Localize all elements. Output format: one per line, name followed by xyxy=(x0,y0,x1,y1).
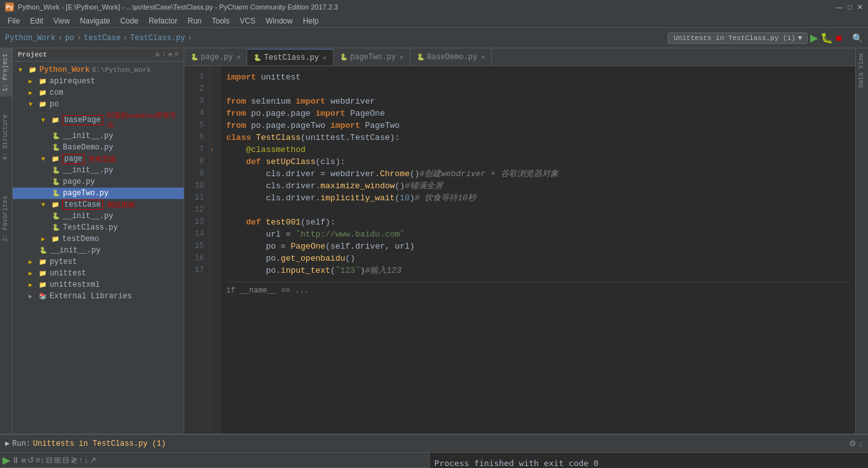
run-again-button[interactable]: ▶ xyxy=(3,454,10,466)
debug-button[interactable]: 🐛 xyxy=(820,32,833,44)
project-collapse-icon[interactable]: ↕ xyxy=(162,51,166,59)
breadcrumb-po[interactable]: po xyxy=(65,34,74,43)
py-file-icon: 🐍 xyxy=(340,53,348,61)
breadcrumb-project[interactable]: Python_Work xyxy=(5,34,55,43)
search-everywhere-button[interactable]: 🔍 xyxy=(852,33,863,43)
sort-button[interactable]: ≡↕ xyxy=(36,455,44,465)
tree-item-basedemo[interactable]: 🐍 BaseDemo.py xyxy=(13,142,184,153)
tab-basedemo-py[interactable]: 🐍 BaseDemo.py ✕ xyxy=(410,49,492,65)
menu-item-file[interactable]: File xyxy=(3,15,25,27)
tree-item-testcase[interactable]: ▼ 📁 testCase 测试用例 xyxy=(13,199,184,210)
menu-item-tools[interactable]: Tools xyxy=(207,15,234,27)
run-pause-button[interactable]: ⏸ xyxy=(11,455,20,465)
code-line-11: cls.driver.implicitly_wait(10)# 饮食等待10秒 xyxy=(226,192,850,204)
tab-close-page-py[interactable]: ✕ xyxy=(236,53,240,61)
tree-item-testdemo[interactable]: ▶ 📁 testDemo xyxy=(13,233,184,245)
folder-icon: 📁 xyxy=(37,76,48,86)
menu-item-code[interactable]: Code xyxy=(115,15,144,27)
project-add-icon[interactable]: ⊕ xyxy=(168,51,172,59)
tab-close-pagetwo-py[interactable]: ✕ xyxy=(400,53,403,61)
minimize-button[interactable]: — xyxy=(836,3,843,11)
menu-item-view[interactable]: View xyxy=(48,15,75,27)
breadcrumb: Python_Work › po › testCase › TestClass.… xyxy=(5,34,193,43)
tree-item-pagetwo[interactable]: 🐍 pageTwo.py xyxy=(13,188,184,199)
code-editor[interactable]: 12345 678910 1112131415 1617 ↑ xyxy=(184,66,855,434)
code-line-15: po = PageOne(self.driver, url) xyxy=(226,240,850,252)
tree-item-basepage-init[interactable]: 🐍 __init__.py xyxy=(13,130,184,142)
down-button[interactable]: ↓ xyxy=(84,455,88,465)
menu-item-edit[interactable]: Edit xyxy=(25,15,48,27)
side-tabs: 1: Project 4: Structure 2: Favorites xyxy=(0,48,13,434)
tab-page-py[interactable]: 🐍 page.py ✕ xyxy=(184,49,247,65)
menu-item-run[interactable]: Run xyxy=(182,15,207,27)
menu-item-help[interactable]: Help xyxy=(298,15,324,27)
tab-label-pagetwo-py: pageTwo.py xyxy=(350,53,396,62)
diff-button[interactable]: ≷ xyxy=(71,455,78,465)
tree-item-po-init[interactable]: 🐍 __init__.py xyxy=(13,245,184,256)
sidebar-tab-favorites[interactable]: 2: Favorites xyxy=(0,191,12,247)
tree-item-pytest[interactable]: ▶ 📁 pytest xyxy=(13,256,184,268)
tree-item-external-libs[interactable]: ▶ 📚 External Libraries xyxy=(13,291,184,302)
tab-close-basedemo-py[interactable]: ✕ xyxy=(481,53,485,61)
rerun-failed-button[interactable]: ↺ xyxy=(27,455,34,465)
right-tab-dataview[interactable]: Data View xyxy=(856,48,868,93)
run-button[interactable]: ▶ xyxy=(810,32,818,44)
run-config-dropdown-icon[interactable]: ▼ xyxy=(798,34,803,42)
project-tree: ▼ 📁 Python_Work E:\Python_Work ▶ 📁 apire… xyxy=(13,62,184,434)
run-controls: ▶ ⏸ ■ ↺ ≡↕ ⊟ ⊞ ⊟ ≷ ↑ ↓ ↗ xyxy=(0,453,429,468)
py-icon: 🐍 xyxy=(51,142,61,153)
tab-pagetwo-py[interactable]: 🐍 pageTwo.py ✕ xyxy=(334,49,410,65)
expand-button[interactable]: ⊞ xyxy=(54,455,61,465)
run-configuration[interactable]: Unittests in TestClass.py (1) ▼ xyxy=(668,32,808,44)
output-line-1: Process finished with exit code 0 xyxy=(435,458,864,468)
collapse-button[interactable]: ⊟ xyxy=(62,455,69,465)
stop-button[interactable]: ■ xyxy=(836,32,842,44)
tree-item-testcase-init[interactable]: 🐍 __init__.py xyxy=(13,210,184,222)
tree-item-unittest[interactable]: ▶ 📁 unittest xyxy=(13,268,184,279)
tab-testclass-py[interactable]: 🐍 TestClass.py ✕ xyxy=(247,49,333,65)
code-line-6: class TestClass(unittest.TestCase): xyxy=(226,132,850,144)
maximize-button[interactable]: □ xyxy=(848,3,852,11)
code-line-8: def setUpClass(cls): xyxy=(226,156,850,168)
run-panel-close-button[interactable]: ↓ xyxy=(859,439,864,448)
tree-item-page[interactable]: ▼ 📁 page 所有页面 xyxy=(13,153,184,165)
tree-item-testclass[interactable]: 🐍 TestClass.py xyxy=(13,222,184,233)
up-button[interactable]: ↑ xyxy=(79,455,83,465)
filter-button[interactable]: ⊟ xyxy=(46,455,53,465)
tree-item-apirequest[interactable]: ▶ 📁 apirequest xyxy=(13,76,184,87)
menu-item-vcs[interactable]: VCS xyxy=(234,15,261,27)
tree-item-root[interactable]: ▼ 📁 Python_Work E:\Python_Work xyxy=(13,64,184,76)
menu-item-window[interactable]: Window xyxy=(261,15,298,27)
run-stop-button[interactable]: ■ xyxy=(21,455,26,465)
project-settings-icon[interactable]: ⚙ xyxy=(156,51,159,59)
close-button[interactable]: ✕ xyxy=(857,3,863,11)
export-button[interactable]: ↗ xyxy=(90,455,97,465)
sidebar-tab-project[interactable]: 1: Project xyxy=(0,48,12,97)
tab-close-testclass-py[interactable]: ✕ xyxy=(323,54,327,62)
menu-item-refactor[interactable]: Refactor xyxy=(144,15,182,27)
sidebar-tab-structure[interactable]: 4: Structure xyxy=(0,109,12,165)
tree-item-po[interactable]: ▼ 📁 po xyxy=(13,99,184,110)
project-menu-icon[interactable]: ≡ xyxy=(175,51,179,59)
tree-item-com[interactable]: ▶ 📁 com xyxy=(13,87,184,99)
tree-item-page-init[interactable]: 🐍 __init__.py xyxy=(13,165,184,176)
project-header: Project ⚙ ↕ ⊕ ≡ xyxy=(13,48,184,62)
code-line-12 xyxy=(226,204,850,216)
py-icon: 🐍 xyxy=(51,131,61,141)
tree-item-page-py[interactable]: 🐍 page.py xyxy=(13,176,184,188)
run-panel-settings-button[interactable]: ⚙ xyxy=(849,439,857,448)
code-line-5: from po.page.pageTwo import PageTwo xyxy=(226,120,850,132)
window-title: Python_Work - [E:\Python_Work] - ...\po\… xyxy=(18,3,338,11)
menu-item-navigate[interactable]: Navigate xyxy=(75,15,115,27)
py-file-icon: 🐍 xyxy=(254,54,261,62)
code-line-14: url = ˜http://www.baidu.com˜ xyxy=(226,228,850,240)
breadcrumb-file[interactable]: TestClass.py xyxy=(130,34,185,43)
breadcrumb-testcase[interactable]: testCase xyxy=(84,34,121,43)
run-icon: ▶ xyxy=(5,439,10,448)
code-content[interactable]: import unittest from selenium import web… xyxy=(221,66,855,434)
py-icon: 🐍 xyxy=(51,223,61,233)
gutter: ↑ xyxy=(210,66,221,434)
tree-item-basepage[interactable]: ▼ 📁 basePage 封装的webdriver所有方法 xyxy=(13,110,184,130)
folder-icon: 📁 xyxy=(50,200,60,210)
tree-item-unittestxml[interactable]: ▶ 📁 unittestxml xyxy=(13,279,184,291)
